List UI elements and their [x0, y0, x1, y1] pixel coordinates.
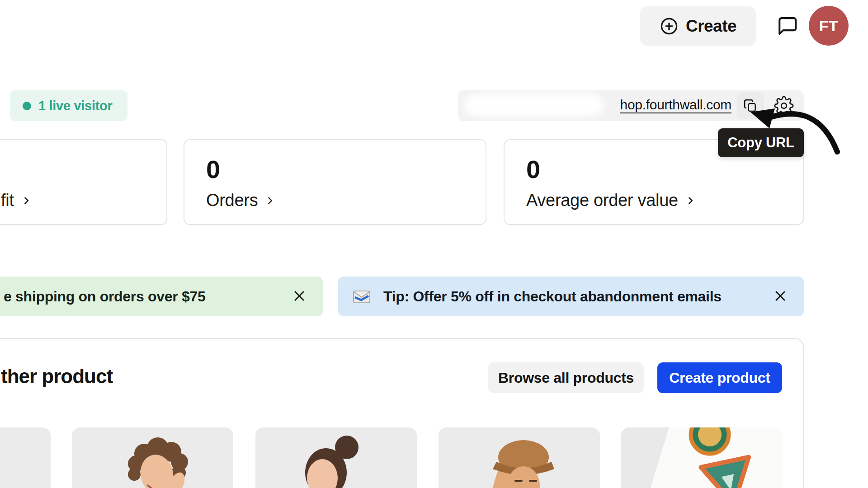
close-tip-banner-button[interactable]: [771, 287, 789, 305]
stat-label: Average order value: [526, 191, 678, 210]
chat-button[interactable]: [774, 14, 799, 39]
close-icon: [292, 288, 307, 304]
copy-url-tooltip-label: Copy URL: [727, 135, 794, 151]
copy-url-button[interactable]: [737, 92, 764, 119]
envelope-icon: [352, 287, 372, 305]
avatar[interactable]: FT: [809, 6, 849, 46]
live-visitors-badge: 1 live visitor: [10, 90, 127, 121]
shop-url-link[interactable]: hop.fourthwall.com: [620, 97, 731, 113]
product-photo-woman-pink-top[interactable]: [255, 427, 417, 488]
stat-card-orders[interactable]: 0 Orders: [184, 139, 486, 225]
chevron-right-icon: [684, 195, 696, 206]
stat-value: 0: [526, 155, 540, 184]
shipping-promo-text: e shipping on orders over $75: [4, 288, 206, 305]
live-visitors-label: 1 live visitor: [38, 99, 112, 113]
chevron-right-icon: [264, 195, 276, 206]
product-photo-curly-hair-man-tshirt[interactable]: [72, 427, 233, 488]
shop-url-bar: hop.fourthwall.com: [458, 90, 804, 121]
stat-label: fit: [1, 191, 14, 210]
shipping-promo-banner: e shipping on orders over $75: [0, 277, 323, 316]
dashboard-page: Create FT 1 live visitor hop.fourthwall.…: [0, 0, 868, 488]
stat-label: Orders: [206, 191, 258, 210]
avatar-initials: FT: [819, 17, 839, 35]
browse-all-products-button[interactable]: Browse all products: [488, 362, 644, 393]
product-photo-sticker-sheet[interactable]: [621, 427, 783, 488]
tip-text: Tip: Offer 5% off in checkout abandonmen…: [383, 288, 722, 305]
product-photo-1[interactable]: [0, 427, 51, 488]
url-settings-button[interactable]: [774, 96, 794, 116]
tip-banner: Tip: Offer 5% off in checkout abandonmen…: [338, 277, 804, 316]
create-product-button[interactable]: Create product: [657, 362, 782, 393]
live-dot-icon: [23, 102, 31, 110]
product-photo-man-brown-cap[interactable]: [439, 427, 600, 488]
chevron-right-icon: [20, 195, 32, 206]
create-button-label: Create: [686, 17, 736, 36]
stat-value: 0: [206, 155, 220, 184]
plus-circle-icon: [660, 17, 679, 36]
copy-icon: [743, 98, 758, 113]
close-icon: [773, 288, 788, 304]
stat-card-profit[interactable]: fit: [0, 139, 167, 225]
close-shipping-banner-button[interactable]: [290, 287, 308, 305]
product-photo-row: [0, 427, 805, 488]
create-button[interactable]: Create: [640, 6, 756, 46]
sell-products-card: ther product Browse all products Create …: [0, 338, 804, 488]
gear-icon: [774, 96, 794, 116]
chat-bubble-icon: [774, 14, 799, 38]
products-section-heading: ther product: [1, 365, 113, 388]
blurred-url-prefix: [464, 94, 604, 117]
copy-url-tooltip: Copy URL: [718, 128, 804, 157]
